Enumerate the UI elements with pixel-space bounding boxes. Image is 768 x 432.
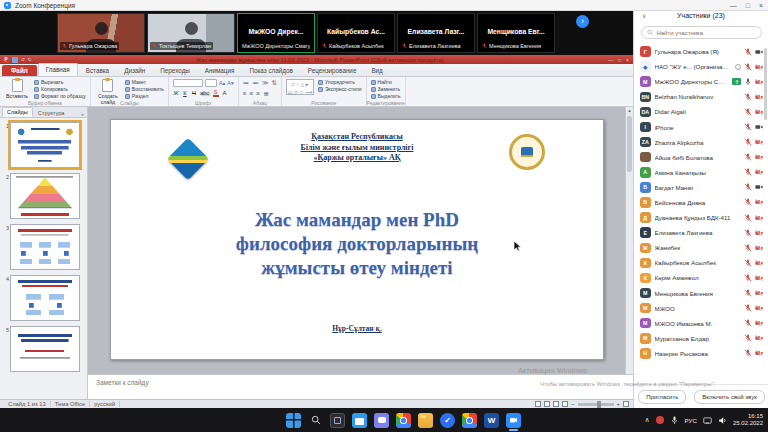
participant-row[interactable]: М МжЖОО Директоры Смаг... i (634, 74, 768, 89)
scrollbar-thumb[interactable] (627, 116, 632, 172)
font-name-select[interactable] (173, 79, 203, 87)
speaker-icon[interactable] (718, 416, 727, 425)
invite-button[interactable]: Пригласить (638, 390, 686, 404)
tab-slides[interactable]: Слайды (2, 107, 33, 117)
participant-row[interactable]: М Муратханов Елдар i (634, 331, 768, 346)
participant-row[interactable]: М Менщикова Евгения i (634, 286, 768, 301)
participant-row[interactable]: М МЖОО Имашева М. i (634, 316, 768, 331)
ribbon-small-button[interactable]: Выделить (371, 93, 401, 99)
ppt-close-button[interactable]: × (626, 57, 629, 63)
ribbon-tab[interactable]: Переходы (153, 65, 197, 76)
fit-to-window-icon[interactable] (623, 401, 629, 407)
video-tile[interactable]: Менщикова Евг... Менщикова Евгения (477, 13, 555, 53)
font-style-button[interactable]: S (213, 89, 219, 97)
slideshow-icon[interactable] (562, 401, 568, 407)
participant-row[interactable]: Б Багдат Манат i (634, 180, 768, 195)
taskbar-icon[interactable]: ✓ (440, 413, 455, 428)
participant-row[interactable]: Айша бибі Болатова i (634, 150, 768, 165)
taskbar-icon[interactable]: W (484, 413, 499, 428)
participant-row[interactable]: Д Дуанаева Құндыз БДК-411 i (634, 210, 768, 225)
participant-row[interactable]: Ж Жанибек i (634, 240, 768, 255)
participant-row[interactable]: К Кайырбеков Асылбек i (634, 255, 768, 270)
line-spacing-icon[interactable]: ⇅ (272, 79, 277, 87)
taskbar-icon[interactable] (418, 413, 433, 428)
participant-row[interactable]: А Амина Канатқызы i (634, 165, 768, 180)
ppt-maximize-button[interactable]: □ (618, 57, 621, 63)
slide-sorter-icon[interactable] (544, 401, 550, 407)
participant-row[interactable]: К Кәрім Аманжол i (634, 270, 768, 285)
ribbon-small-button[interactable]: Заменить (371, 86, 401, 92)
font-style-button[interactable]: К (182, 90, 188, 96)
minimize-button[interactable]: — (730, 2, 737, 9)
ribbon-tab[interactable]: Вид (364, 65, 389, 76)
redo-icon[interactable]: ↻ (28, 57, 32, 63)
participant-row[interactable]: BN Belzhan Nuralkhanov i (634, 89, 768, 104)
slide-thumbnail[interactable]: 5 (1, 326, 85, 372)
taskbar-icon[interactable] (396, 413, 411, 428)
font-size-select[interactable] (205, 79, 217, 87)
shrink-font-icon[interactable]: А▾ (227, 80, 233, 86)
ribbon-small-button[interactable]: Раздел (125, 93, 164, 99)
participant-row[interactable]: I iPhone i (634, 119, 768, 134)
taskbar-icon[interactable] (374, 413, 389, 428)
ribbon-tab[interactable]: Файл (2, 65, 37, 76)
recording-indicator-icon[interactable] (656, 416, 664, 424)
zoom-out-icon[interactable]: − (571, 401, 574, 407)
collapse-pane-icon[interactable]: « (81, 111, 87, 117)
justify-icon[interactable]: ≣ (263, 90, 268, 98)
undo-icon[interactable]: ↺ (21, 57, 25, 63)
align-center-icon[interactable]: ≡ (250, 90, 254, 98)
participant-row[interactable]: М МЖОО i (634, 301, 768, 316)
slide-thumbnail[interactable]: 3 (1, 224, 85, 270)
indent-icon[interactable]: ≫ (262, 79, 269, 87)
participants-scrollbar[interactable] (764, 48, 767, 120)
ppt-minimize-button[interactable]: — (608, 57, 613, 63)
ribbon-tab[interactable]: Главная (38, 63, 78, 76)
reading-view-icon[interactable] (553, 401, 559, 407)
participant-row[interactable]: DA Didar Aigali i (634, 104, 768, 119)
taskbar-icon[interactable] (506, 413, 521, 428)
search-input[interactable] (656, 30, 756, 36)
grow-font-icon[interactable]: А▴ (219, 80, 225, 86)
taskbar-icon[interactable] (308, 413, 323, 428)
taskbar-icon[interactable] (286, 413, 301, 428)
paste-button[interactable]: Вставить (4, 79, 30, 99)
numbering-icon[interactable]: ≕ (252, 79, 259, 87)
close-button[interactable]: × (759, 2, 763, 9)
tab-outline[interactable]: Структура (34, 109, 69, 117)
slide-thumbnail[interactable]: 2 (1, 173, 85, 219)
zoom-in-icon[interactable]: + (617, 401, 620, 407)
ribbon-tab[interactable]: Вставка (79, 65, 116, 76)
tray-overflow-chevron-icon[interactable]: ∧ (644, 416, 649, 424)
align-right-icon[interactable]: ≡ (256, 90, 260, 98)
video-tile[interactable]: Елизавета Лазг... Елизавета Лазгиева (397, 13, 475, 53)
font-style-button[interactable]: А (222, 90, 228, 96)
ribbon-small-button[interactable]: Экспресс-стили (318, 86, 362, 92)
taskbar-icon[interactable] (352, 413, 367, 428)
participant-search[interactable] (641, 26, 762, 39)
taskbar-icon[interactable] (330, 413, 345, 428)
ribbon-small-button[interactable]: Упорядочить (318, 79, 362, 85)
zoom-slider[interactable] (578, 403, 614, 406)
tray-mic-icon[interactable] (670, 416, 679, 425)
shapes-gallery[interactable]: □ ○ △ ▸▭ ◇ ☆ ⟶ (286, 79, 314, 95)
unmute-button[interactable]: Включить свой звук (694, 390, 765, 404)
participant-row[interactable]: ◆ НАО "ЖУ е... (Организатор) i (634, 59, 768, 74)
taskbar-icon[interactable] (462, 413, 477, 428)
scroll-up-icon[interactable]: ▲ (626, 107, 633, 115)
normal-view-icon[interactable] (535, 401, 541, 407)
ribbon-small-button[interactable]: Найти (371, 79, 401, 85)
video-tile[interactable]: Гульнара Ожарова (57, 13, 145, 53)
ribbon-small-button[interactable]: Вырезать (34, 79, 86, 85)
ribbon-small-button[interactable]: Макет (125, 79, 164, 85)
font-style-button[interactable]: Ж (173, 90, 179, 96)
ribbon-tab[interactable]: Рецензирование (301, 65, 364, 76)
clock[interactable]: 16:15 25.02.2022 (733, 413, 763, 427)
font-style-button[interactable]: abc (200, 90, 210, 96)
video-tile[interactable]: Кайырбеков Ас... Кайырбеков Асылбек (317, 13, 395, 53)
slide-thumbnail[interactable]: 1 (1, 122, 85, 168)
participant-row[interactable]: Н Назерке Рысакова i (634, 346, 768, 361)
next-videos-button[interactable]: › (576, 15, 589, 28)
bullets-icon[interactable]: ≔ (243, 79, 250, 87)
ribbon-tab[interactable]: Анимация (198, 65, 242, 76)
